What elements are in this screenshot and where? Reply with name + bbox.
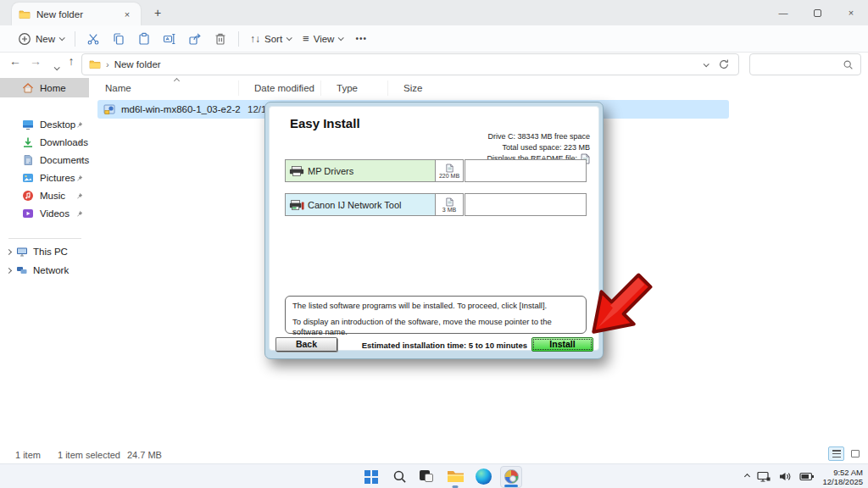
cut-button[interactable]	[81, 28, 106, 50]
file-name: md6l-win-mx860-1_03-e2-2	[121, 104, 241, 114]
view-button[interactable]: ≡ View	[297, 28, 348, 50]
sidebar-item-videos[interactable]: Videos	[0, 205, 90, 222]
taskbar-installer-button[interactable]	[500, 466, 522, 488]
setup-file-icon	[103, 103, 115, 115]
breadcrumb[interactable]: New folder	[114, 59, 698, 69]
software-row: MP Drivers 220 MB	[285, 159, 587, 182]
sidebar-item-music[interactable]: Music	[0, 187, 90, 204]
delete-button[interactable]	[208, 28, 233, 50]
share-icon	[188, 32, 202, 46]
close-button[interactable]: ×	[834, 0, 868, 25]
chevron-down-icon	[287, 35, 292, 41]
refresh-icon[interactable]	[718, 58, 730, 70]
sidebar-item-pictures[interactable]: Pictures	[0, 169, 90, 186]
chevron-right-icon[interactable]	[6, 267, 12, 273]
sort-ascending-icon	[174, 78, 180, 84]
maximize-button[interactable]	[800, 0, 834, 25]
icons-view-button[interactable]	[847, 446, 863, 461]
sort-icon: ↑↓	[250, 33, 260, 45]
column-label: Type	[337, 83, 358, 93]
taskbar-file-explorer-button[interactable]	[444, 466, 466, 488]
sidebar-item-documents[interactable]: Documents	[0, 152, 90, 169]
explorer-titlebar: New folder × + — ×	[0, 0, 868, 25]
sidebar-item-label: Home	[40, 83, 66, 93]
taskbar-edge-button[interactable]	[472, 466, 494, 488]
search-input[interactable]	[749, 53, 861, 75]
tab-close-icon[interactable]: ×	[120, 8, 134, 21]
task-view-button[interactable]	[416, 466, 438, 488]
sidebar-item-home[interactable]: Home	[0, 78, 89, 97]
details-view-icon	[832, 450, 841, 458]
volume-icon[interactable]	[778, 470, 792, 483]
readme-file-icon[interactable]	[446, 197, 453, 207]
pin-icon	[75, 175, 83, 182]
column-headers: Name Date modified Type Size	[90, 78, 861, 98]
address-dropdown-icon[interactable]	[704, 61, 709, 67]
network-tray-icon[interactable]	[757, 470, 771, 483]
battery-icon[interactable]	[799, 470, 815, 483]
active-indicator	[504, 485, 518, 487]
install-button[interactable]: Install	[531, 337, 593, 352]
icons-view-icon	[851, 450, 860, 458]
plus-circle-icon	[18, 32, 31, 46]
start-button[interactable]	[360, 466, 382, 488]
status-bar: 1 item 1 item selected 24.7 MB	[0, 446, 868, 463]
column-header-size[interactable]: Size	[387, 80, 438, 96]
forward-button[interactable]: →	[25, 54, 46, 68]
back-button-dialog[interactable]: Back	[275, 337, 337, 352]
navigation-bar: ← → ↑ › New folder	[0, 53, 868, 76]
sidebar-item-network[interactable]: Network	[0, 262, 90, 279]
folder-icon	[19, 9, 31, 19]
this-pc-icon	[16, 246, 28, 258]
navigation-pane: Home Desktop Downloads	[0, 76, 90, 463]
column-header-name[interactable]: Name	[90, 80, 238, 96]
search-icon	[392, 469, 407, 484]
paste-button[interactable]	[131, 28, 157, 50]
home-icon	[22, 82, 34, 94]
sidebar-item-this-pc[interactable]: This PC	[0, 243, 90, 260]
back-button[interactable]: ←	[5, 54, 25, 68]
downloads-icon	[22, 136, 34, 148]
maximize-icon	[814, 9, 821, 17]
install-message-box: The listed software programs will be ins…	[285, 296, 587, 334]
sidebar-item-label: This PC	[33, 247, 68, 257]
music-icon	[22, 190, 34, 202]
software-name-cell[interactable]: Canon IJ Network Tool	[285, 193, 436, 216]
share-button[interactable]	[182, 28, 208, 50]
sidebar-divider	[8, 238, 81, 239]
new-button[interactable]: New	[12, 28, 70, 50]
explorer-tab[interactable]: New folder ×	[12, 3, 141, 25]
pin-icon	[75, 210, 83, 218]
details-view-button[interactable]	[828, 446, 844, 461]
sidebar-item-desktop[interactable]: Desktop	[0, 116, 90, 133]
clock[interactable]: 9:52 AM 12/18/2025	[822, 468, 863, 486]
tray-expand-icon[interactable]	[744, 474, 750, 480]
address-bar[interactable]: › New folder	[81, 53, 739, 75]
sidebar-item-label: Music	[40, 191, 65, 201]
sidebar-item-downloads[interactable]: Downloads	[0, 134, 90, 151]
software-name-cell[interactable]: MP Drivers	[285, 159, 436, 182]
view-icon: ≡	[303, 32, 309, 45]
sidebar-item-label: Network	[33, 265, 69, 275]
rename-button[interactable]	[157, 28, 182, 50]
dialog-body: Easy Install Drive C: 38343 MB free spac…	[269, 106, 599, 351]
column-label: Size	[403, 83, 422, 93]
taskbar-search-button[interactable]	[388, 466, 410, 488]
up-button[interactable]: ↑	[61, 54, 81, 68]
new-tab-button[interactable]: +	[149, 6, 166, 19]
sort-button[interactable]: ↑↓ Sort	[244, 28, 297, 50]
file-explorer-icon	[447, 469, 465, 484]
pin-icon	[75, 139, 83, 147]
readme-file-icon[interactable]	[446, 164, 453, 173]
software-description-cell	[465, 159, 587, 182]
desktop-icon	[22, 119, 34, 130]
search-icon	[843, 59, 854, 70]
minimize-button[interactable]: —	[766, 0, 800, 25]
chevron-right-icon[interactable]	[6, 248, 12, 254]
copy-button[interactable]	[106, 28, 131, 50]
column-header-date-modified[interactable]: Date modified	[238, 80, 320, 96]
pin-icon	[75, 121, 83, 129]
documents-icon	[22, 154, 34, 166]
more-options-button[interactable]: •••	[348, 34, 374, 43]
column-header-type[interactable]: Type	[320, 80, 387, 96]
